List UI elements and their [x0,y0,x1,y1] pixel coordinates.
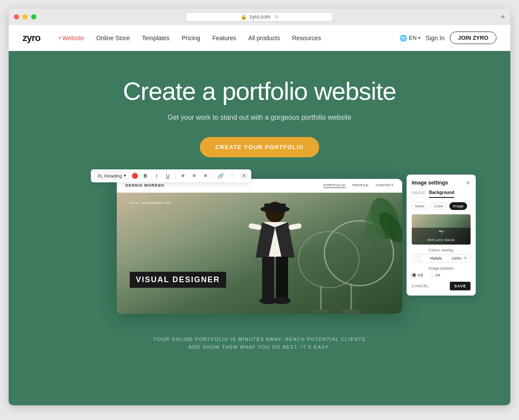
option-color[interactable]: Color [431,202,447,210]
more-options-button[interactable]: ⋮ [227,171,237,181]
person-silhouette [236,201,314,314]
panel-title: Image settings [412,180,448,186]
position-fill-option[interactable]: Fill [412,273,423,277]
mini-site-logo: DENNIS MORENO [125,183,164,188]
nav-item-online-store[interactable]: Online Store [90,35,136,41]
fill-label: Fill [418,273,423,277]
tab-layout[interactable]: Layout [412,190,425,195]
mini-nav-profile[interactable]: PROFILE [352,183,369,188]
svg-rect-4 [320,286,322,309]
replace-image-overlay: 📷 REPLACE IMAGE [412,228,471,245]
svg-rect-11 [264,204,286,212]
camera-icon: 📷 [413,229,469,234]
new-tab-button[interactable]: + [500,13,505,21]
main-navigation: zyro Website Online Store Templates Pric… [9,25,510,51]
toolbar-divider-2 [213,172,213,179]
underline-button[interactable]: U [163,171,173,181]
url-text: zyro.com [250,14,271,20]
panel-tabs: Layout Background [412,190,471,198]
visibility-toggle-icon[interactable]: 👁 [463,256,468,261]
cancel-button[interactable]: CANCEL [412,284,429,288]
join-zyro-button[interactable]: JOIN ZYRO [450,32,497,44]
lock-icon: 🔒 [240,14,247,20]
refresh-icon[interactable]: ↻ [275,14,279,20]
nav-item-resources[interactable]: Resources [286,35,327,41]
mini-site-navigation: PORTFOLIO PROFILE CONTACT [324,183,394,188]
nav-item-all-products[interactable]: All products [242,35,286,41]
browser-minimize-button[interactable] [22,14,28,19]
fit-label: Fit [436,273,440,277]
image-thumbnail: 📷 REPLACE IMAGE [412,214,471,245]
replace-image-label[interactable]: REPLACE IMAGE [427,239,455,242]
nav-item-features[interactable]: Features [206,35,242,41]
panel-type-options: None Color Image [412,202,471,210]
link-button[interactable]: 🔗 [216,171,225,181]
colour-hex-value[interactable]: #fafafa [422,256,450,261]
fit-radio-button[interactable] [430,273,434,277]
bold-button[interactable]: B [141,171,150,181]
text-formatting-toolbar: XL Heading ▾ B I U ≡ ≡ ≡ 🔗 ⋮ ✕ [91,169,251,182]
colour-overlay-label: Colour overlay [412,248,471,252]
globe-icon: 🌐 [400,35,407,41]
fill-radio-button[interactable] [412,273,416,277]
image-settings-panel: Image settings ✕ Layout Background None … [407,175,476,296]
mini-nav-contact[interactable]: CONTACT [375,183,394,188]
browser-address-bar[interactable]: 🔒 zyro.com ↻ [186,12,333,22]
person-svg [236,201,314,314]
image-position-label: Image position [412,266,471,270]
language-selector[interactable]: 🌐 EN ▾ [400,35,420,41]
colour-swatch[interactable] [415,256,420,261]
svg-rect-19 [248,223,262,230]
visual-designer-heading: VISUAL DESIGNER [130,272,226,288]
text-color-button[interactable] [132,173,138,179]
svg-point-18 [273,297,291,304]
position-fit-option[interactable]: Fit [430,273,440,277]
browser-maximize-button[interactable] [31,14,36,19]
hero-bottom-tagline: YOUR ONLINE PORTFOLIO IS MINUTES AWAY. R… [17,335,502,351]
colour-opacity-value: 100% [452,256,461,261]
hero-subtitle: Get your work to stand out with a gorgeo… [17,114,502,121]
mini-site-content: Dennis Moreno / 2019 VISUAL DESIGNER [117,193,402,314]
editor-mockup: XL Heading ▾ B I U ≡ ≡ ≡ 🔗 ⋮ ✕ [117,179,402,314]
hero-title: Create a portfolio website [17,77,502,106]
nav-item-pricing[interactable]: Pricing [176,35,206,41]
italic-button[interactable]: I [152,171,161,181]
align-right-button[interactable]: ≡ [201,171,210,181]
svg-rect-2 [350,283,352,309]
browser-titlebar: 🔒 zyro.com ↻ + [9,9,510,25]
sign-in-button[interactable]: Sign In [426,35,445,41]
toolbar-close-button[interactable]: ✕ [240,172,248,180]
language-label: EN [409,35,416,41]
align-left-button[interactable]: ≡ [178,171,188,181]
site-content: zyro Website Online Store Templates Pric… [9,25,510,405]
heading-style-label: XL Heading [97,173,122,178]
toolbar-divider [175,172,176,179]
nav-item-templates[interactable]: Templates [136,35,176,41]
heading-style-select[interactable]: XL Heading ▾ [94,172,129,180]
caption-text: Dennis Moreno / 2019 [141,201,171,204]
site-logo[interactable]: zyro [22,32,40,44]
svg-rect-20 [288,223,302,230]
create-portfolio-button[interactable]: CREATE YOUR PORTFOLIO [200,137,319,157]
panel-close-button[interactable]: ✕ [465,180,471,186]
tab-background[interactable]: Background [429,190,454,198]
mini-site-caption: Dennis Moreno / 2019 [130,201,171,204]
svg-rect-15 [262,257,274,300]
panel-header: Image settings ✕ [412,180,471,186]
caption-line [130,203,138,203]
save-button[interactable]: SAVE [450,282,471,290]
option-none[interactable]: None [412,202,428,210]
editor-inner: DENNIS MORENO PORTFOLIO PROFILE CONTACT [117,179,402,314]
nav-item-website[interactable]: Website [52,35,90,41]
browser-window: 🔒 zyro.com ↻ + zyro Website Online Store… [9,9,510,405]
svg-rect-16 [276,257,288,300]
svg-point-3 [340,309,362,314]
chevron-down-icon: ▾ [418,35,420,40]
bottom-text-line1: YOUR ONLINE PORTFOLIO IS MINUTES AWAY. R… [17,335,502,344]
browser-close-button[interactable] [14,14,19,19]
option-image[interactable]: Image [449,202,467,210]
select-chevron-icon: ▾ [124,173,126,178]
align-center-button[interactable]: ≡ [189,171,199,181]
mini-nav-portfolio[interactable]: PORTFOLIO [324,183,346,188]
hero-section: Create a portfolio website Get your work… [9,51,510,405]
